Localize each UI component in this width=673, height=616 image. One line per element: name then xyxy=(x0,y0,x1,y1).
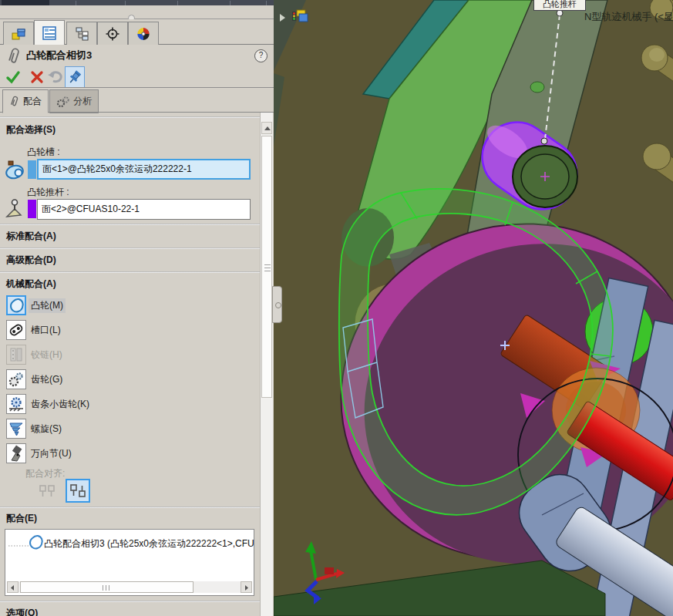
panel-splitter-handle[interactable] xyxy=(272,286,282,323)
mates-list[interactable]: 凸轮配合相切3 (凸轮25x0余弦运动222222<1>,CFU xyxy=(5,529,254,596)
undo-button[interactable] xyxy=(46,67,65,86)
cam-follower-icon xyxy=(4,198,25,220)
check-icon xyxy=(5,69,21,85)
slot-mate-icon[interactable] xyxy=(6,320,26,340)
mate-type-rack-pinion[interactable]: 齿条小齿轮(K) xyxy=(0,393,260,416)
cancel-button[interactable] xyxy=(29,69,45,86)
thumb-grip xyxy=(264,264,271,265)
thumb-grip xyxy=(106,585,106,591)
divider xyxy=(0,271,260,273)
mate-alignment-label: 配合对齐: xyxy=(25,467,65,480)
scroll-right-icon[interactable] xyxy=(241,581,252,593)
divider xyxy=(0,507,260,508)
assembly-scene xyxy=(274,0,673,616)
tab-propertymanager[interactable] xyxy=(34,20,65,45)
horizontal-scrollbar[interactable] xyxy=(7,581,252,593)
pin-icon xyxy=(68,69,82,85)
breadcrumb[interactable]: N型轨迹机械手 (<显示... xyxy=(584,10,673,24)
anti-aligned-button[interactable] xyxy=(66,479,90,503)
thumb-grip xyxy=(103,585,103,591)
selection-color-swatch xyxy=(28,200,36,218)
tab-mate[interactable]: 配合 xyxy=(2,89,49,113)
section-mates[interactable]: 配合(E) xyxy=(6,512,37,525)
gears-icon xyxy=(56,96,70,108)
display-manager-icon xyxy=(136,27,151,41)
plate-hole xyxy=(530,82,544,93)
cam-path-icon xyxy=(4,159,25,180)
tab-dimxpertmanager[interactable] xyxy=(97,22,128,45)
divider xyxy=(0,116,260,118)
ok-button[interactable] xyxy=(5,69,22,86)
divider xyxy=(0,224,260,225)
mate-type-slot[interactable]: 槽口(L) xyxy=(0,319,260,342)
mate-type-gear[interactable]: 齿轮(G) xyxy=(0,369,260,392)
tab-analysis[interactable]: 分析 xyxy=(49,89,99,113)
gear-mate-icon[interactable] xyxy=(6,369,26,389)
aligned-button xyxy=(35,481,59,502)
section-advanced-mates[interactable]: 高级配合(D) xyxy=(6,254,56,267)
graphics-viewport[interactable]: N型轨迹机械手 (<显示... xyxy=(274,0,673,616)
paperclip-icon xyxy=(9,96,20,108)
tab-displaymanager[interactable] xyxy=(128,22,159,45)
cam-follower-field[interactable]: 面<2>@CFUAS10-22-1 xyxy=(37,199,251,220)
panel-scrollbar[interactable] xyxy=(260,113,273,616)
cam-mate-icon[interactable] xyxy=(6,295,26,315)
cam-path-field[interactable]: 面<1>@凸轮25x0余弦运动222222-1 xyxy=(37,159,251,180)
mate-type-label: 齿条小齿轮(K) xyxy=(29,397,92,412)
thumb-grip xyxy=(264,268,271,268)
panel-title: 凸轮配合相切3 xyxy=(26,49,92,62)
mate-type-label: 万向节(U) xyxy=(29,446,74,461)
tab-analysis-label: 分析 xyxy=(73,95,92,108)
divider xyxy=(0,247,260,249)
tab-featuremanager[interactable] xyxy=(3,22,34,45)
section-options[interactable]: 选项(O) xyxy=(6,607,38,616)
scroll-left-icon[interactable] xyxy=(7,581,19,593)
mate-type-hinge: 铰链(H) xyxy=(0,344,260,367)
mate-type-label: 铰链(H) xyxy=(29,348,65,362)
scroll-up-icon[interactable] xyxy=(261,122,272,134)
manager-tab-bar xyxy=(0,19,274,45)
divider xyxy=(0,601,260,602)
mate-type-screw[interactable]: 螺旋(S) xyxy=(0,418,260,441)
cam-mate-icon xyxy=(27,534,44,550)
scrollbar-thumb[interactable] xyxy=(20,581,193,593)
hinge-mate-icon xyxy=(6,345,26,365)
thumb-grip xyxy=(109,585,109,591)
screw-mate-icon[interactable] xyxy=(6,419,26,439)
close-icon xyxy=(30,70,44,84)
aligned-icon xyxy=(38,483,56,500)
universal-joint-mate-icon[interactable] xyxy=(6,443,26,463)
rack-pinion-mate-icon[interactable] xyxy=(6,394,26,414)
tab-mate-label: 配合 xyxy=(23,95,42,108)
section-standard-mates[interactable]: 标准配合(A) xyxy=(6,230,56,243)
ribbon-collapse-bar[interactable] xyxy=(0,5,274,19)
cam-follower-label: 凸轮推杆 : xyxy=(27,186,69,199)
cam-path-label: 凸轮槽 : xyxy=(27,146,60,159)
configuration-manager-icon xyxy=(74,27,89,41)
dimxpert-icon xyxy=(105,27,120,41)
scrollbar-thumb[interactable] xyxy=(261,136,272,398)
help-icon[interactable]: ? xyxy=(254,49,268,62)
solidworks-window: { "pm": { "title": "凸轮配合相切3", "help": "?… xyxy=(0,0,673,616)
callout-label[interactable]: 凸轮推杆 xyxy=(533,0,586,11)
property-manager-icon xyxy=(42,26,57,40)
tab-configurationmanager[interactable] xyxy=(66,22,97,45)
mate-list-item[interactable]: 凸轮配合相切3 (凸轮25x0余弦运动222222<1>,CFU xyxy=(44,537,254,550)
section-mechanical-mates[interactable]: 机械配合(A) xyxy=(6,278,56,291)
section-mate-selections[interactable]: 配合选择(S) xyxy=(6,123,56,136)
mate-type-label: 齿轮(G) xyxy=(29,372,65,387)
anti-aligned-icon xyxy=(69,483,87,500)
mate-type-label: 凸轮(M) xyxy=(29,298,66,313)
mate-type-universal-joint[interactable]: 万向节(U) xyxy=(0,443,260,466)
selection-color-swatch xyxy=(28,160,36,179)
mate-type-label: 槽口(L) xyxy=(29,323,63,338)
pin-button[interactable] xyxy=(65,66,85,88)
ribbon-active-tab[interactable] xyxy=(2,0,49,5)
mate-type-label: 螺旋(S) xyxy=(29,422,64,436)
thumb-grip xyxy=(264,271,271,271)
undo-icon xyxy=(47,68,64,85)
divider xyxy=(0,87,274,88)
assembly-tree-icon xyxy=(11,27,26,41)
paperclip-icon xyxy=(5,46,24,66)
mate-type-cam[interactable]: 凸轮(M) xyxy=(0,295,260,318)
